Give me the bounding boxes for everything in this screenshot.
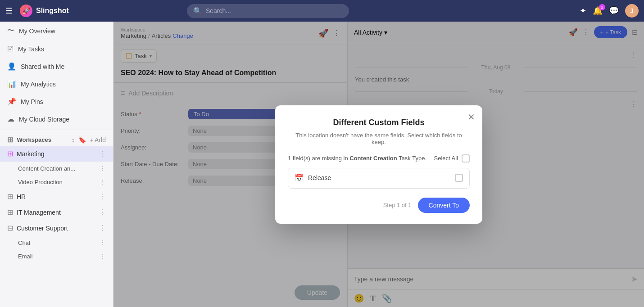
workspace-it-management[interactable]: ⊞ IT Management ⋮ — [0, 204, 113, 220]
cs-layers-icon: ⊟ — [7, 224, 13, 232]
hr-layers-icon: ⊞ — [7, 192, 13, 201]
list-name: Chat — [18, 239, 96, 246]
modal-info-text: 1 field(s) are missing in Content Creati… — [288, 155, 426, 162]
nav-label: My Tasks — [18, 45, 44, 53]
workspace-menu-icon[interactable]: ⋮ — [99, 149, 106, 158]
list-item-email[interactable]: Email ⋮ — [0, 249, 113, 263]
info-suffix: Task Type. — [399, 155, 426, 162]
nav-label: My Cloud Storage — [19, 116, 69, 123]
modal-title: Different Custom Fields — [288, 118, 470, 127]
select-all-checkbox[interactable] — [462, 154, 470, 163]
workspaces-section-header: ⊞ Workspaces ↕ 🔖 + Add — [0, 132, 113, 146]
list-menu-icon[interactable]: ⋮ — [100, 178, 106, 185]
workspace-name: Marketing — [17, 150, 95, 158]
sort-workspaces-btn[interactable]: ↕ — [72, 136, 75, 144]
nav-label: My Pins — [21, 98, 43, 105]
select-all-label: Select All — [434, 155, 458, 162]
topbar-right: ✦ 🔔 2 💬 J — [580, 4, 639, 18]
menu-icon[interactable]: ☰ — [5, 6, 13, 16]
workspace-menu-icon[interactable]: ⋮ — [99, 224, 106, 232]
sidebar-item-my-pins[interactable]: 📌 My Pins — [0, 93, 113, 110]
calendar-icon: 📅 — [295, 174, 304, 182]
search-bar[interactable]: 🔍 — [187, 4, 349, 18]
sidebar-item-shared-with-me[interactable]: 👤 Shared with Me — [0, 58, 113, 75]
cloud-icon: ☁ — [7, 115, 14, 123]
list-item-content-creation[interactable]: Content Creation an... ⋮ — [0, 162, 113, 175]
modal-footer: Step 1 of 1 Convert To — [288, 198, 470, 213]
app-logo: 🚀 Slingshot — [20, 5, 69, 17]
topbar: ☰ 🚀 Slingshot 🔍 ✦ 🔔 2 💬 J — [0, 0, 644, 22]
step-indicator: Step 1 of 1 — [383, 202, 412, 208]
nav-label: My Analytics — [21, 81, 56, 88]
field-name-release: Release — [308, 174, 450, 181]
list-name: Video Production — [18, 179, 96, 185]
app-name: Slingshot — [36, 7, 69, 15]
list-name: Content Creation an... — [18, 165, 96, 172]
analytics-icon: 📊 — [7, 80, 16, 88]
list-menu-icon[interactable]: ⋮ — [100, 239, 106, 246]
avatar[interactable]: J — [625, 4, 639, 18]
select-all-row: Select All — [434, 154, 470, 163]
content-creation-type: Content Creation — [349, 155, 397, 162]
nav-label: My Overview — [19, 27, 55, 35]
list-item-chat[interactable]: Chat ⋮ — [0, 236, 113, 249]
search-icon: 🔍 — [193, 7, 202, 15]
search-input[interactable] — [206, 7, 343, 14]
layers-icon: ⊞ — [7, 135, 14, 144]
list-menu-icon[interactable]: ⋮ — [100, 253, 106, 260]
workspace-name: IT Management — [17, 209, 95, 216]
add-workspace-btn[interactable]: + Add — [90, 136, 106, 144]
it-layers-icon: ⊞ — [7, 208, 13, 217]
info-text: 1 field(s) are missing in — [288, 155, 348, 162]
sparkle-icon[interactable]: ✦ — [580, 6, 586, 16]
sidebar: 〜 My Overview ☑ My Tasks 👤 Shared with M… — [0, 22, 113, 307]
sidebar-item-my-analytics[interactable]: 📊 My Analytics — [0, 75, 113, 93]
list-item-video-production[interactable]: Video Production ⋮ — [0, 175, 113, 189]
tasks-icon: ☑ — [7, 45, 14, 53]
modal-field-list: 📅 Release — [288, 168, 470, 189]
logo-icon: 🚀 — [20, 5, 32, 17]
workspace-name: HR — [17, 193, 95, 200]
notification-icon[interactable]: 🔔 2 — [593, 6, 603, 16]
bookmark-btn[interactable]: 🔖 — [78, 136, 86, 144]
overview-icon: 〜 — [7, 26, 14, 36]
nav-label: Shared with Me — [21, 63, 64, 70]
modal-subtitle: This location doesn't have the same fiel… — [288, 132, 470, 145]
convert-to-button[interactable]: Convert To — [418, 198, 470, 213]
list-menu-icon[interactable]: ⋮ — [100, 165, 106, 172]
different-custom-fields-modal: ✕ Different Custom Fields This location … — [275, 105, 482, 224]
notification-badge: 2 — [599, 4, 605, 10]
modal-close-button[interactable]: ✕ — [467, 112, 475, 122]
modal-info-row: 1 field(s) are missing in Content Creati… — [288, 154, 470, 163]
main-layout: 〜 My Overview ☑ My Tasks 👤 Shared with M… — [0, 22, 644, 307]
sidebar-item-my-tasks[interactable]: ☑ My Tasks — [0, 40, 113, 58]
workspace-marketing[interactable]: ⊞ Marketing ⋮ — [0, 146, 113, 162]
workspace-actions: ↕ 🔖 + Add — [72, 136, 106, 144]
sidebar-item-my-overview[interactable]: 〜 My Overview — [0, 22, 113, 40]
modal-overlay: ✕ Different Custom Fields This location … — [113, 22, 644, 307]
shared-icon: 👤 — [7, 62, 16, 71]
modal-field-item-release: 📅 Release — [288, 168, 469, 188]
workspace-menu-icon[interactable]: ⋮ — [99, 208, 106, 217]
content-area: Workspace Marketing / Articles Change 🚀 … — [113, 22, 644, 307]
chat-icon[interactable]: 💬 — [609, 6, 619, 16]
workspace-layers-icon: ⊞ — [7, 149, 13, 158]
list-name: Email — [18, 253, 96, 260]
workspace-customer-support[interactable]: ⊟ Customer Support ⋮ — [0, 220, 113, 236]
release-checkbox[interactable] — [455, 174, 463, 182]
workspaces-label: Workspaces — [17, 136, 51, 143]
workspace-hr[interactable]: ⊞ HR ⋮ — [0, 189, 113, 204]
workspace-name: Customer Support — [17, 225, 95, 232]
pins-icon: 📌 — [7, 97, 16, 106]
workspace-menu-icon[interactable]: ⋮ — [99, 192, 106, 201]
sidebar-item-my-cloud-storage[interactable]: ☁ My Cloud Storage — [0, 110, 113, 128]
